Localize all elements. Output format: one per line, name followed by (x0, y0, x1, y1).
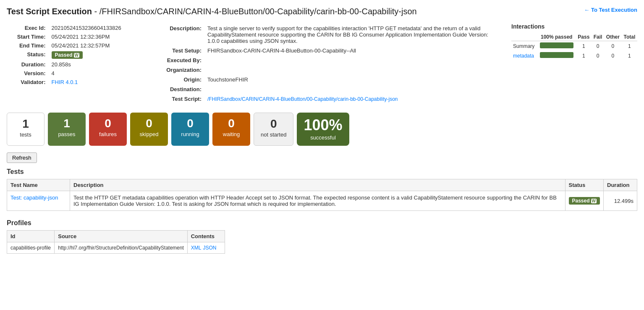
interaction-fail: 0 (592, 41, 604, 51)
failures-stat: 0 failures (89, 113, 127, 146)
col-pct-header: 100% passed (537, 33, 576, 41)
profile-source-cell: http://hl7.org/fhir/StructureDefinition/… (55, 242, 187, 254)
not-started-stat: 0 not started (254, 113, 293, 146)
origin-value: TouchstoneFHIR (206, 75, 502, 84)
col-total-header: Total (622, 33, 637, 41)
status-w-mark: W (74, 53, 79, 58)
skipped-stat: 0 skipped (130, 113, 168, 146)
organization-label: Organization: (150, 66, 205, 74)
waiting-stat: 0 waiting (212, 113, 250, 146)
running-stat: 0 running (171, 113, 209, 146)
test-duration-cell: 12.499s (604, 191, 637, 211)
validator-link[interactable]: FHIR 4.0.1 (52, 79, 78, 85)
executed-by-value (206, 56, 502, 65)
col-profile-id: Id (7, 231, 55, 242)
col-test-desc: Description (70, 179, 565, 191)
version-value: 4 (50, 69, 141, 77)
end-time-label: End Time: (8, 42, 49, 50)
exec-id-label: Exec Id: (8, 24, 49, 32)
title-main: Test Script Execution (7, 7, 92, 16)
interaction-other: 0 (604, 51, 622, 60)
status-text: Passed (55, 52, 73, 58)
passes-count: 1 (55, 118, 79, 129)
exec-info-panel: Exec Id: 20210524153236604133826 Start T… (7, 23, 141, 104)
interaction-fail: 0 (592, 51, 604, 60)
exec-id-value: 20210524153236604133826 (50, 24, 141, 32)
test-desc-cell: Test the HTTP GET metadata capabilities … (70, 191, 565, 211)
meta-section: Exec Id: 20210524153236604133826 Start T… (7, 23, 637, 104)
start-time-value: 05/24/2021 12:32:36PM (50, 33, 141, 41)
profile-contents-cell: XMLJSON (187, 242, 225, 254)
running-count: 0 (178, 118, 202, 129)
test-name-cell: Test: capability-json (7, 191, 70, 211)
col-profile-contents: Contents (187, 231, 225, 242)
profile-xml-link[interactable]: XML (191, 245, 202, 251)
test-status-cell: Passed W (565, 191, 603, 211)
destination-value (206, 85, 502, 94)
tests-table: Test Name Description Status Duration Te… (7, 179, 637, 211)
col-name-header (511, 33, 537, 41)
validator-value: FHIR 4.0.1 (50, 78, 141, 86)
col-test-name: Test Name (7, 179, 70, 191)
description-panel: Description: Test a single server to ver… (149, 23, 503, 104)
skipped-count: 0 (137, 118, 161, 129)
executed-by-label: Executed By: (150, 56, 205, 65)
col-pass-header: Pass (576, 33, 592, 41)
organization-value (206, 66, 502, 74)
interaction-bar-cell (537, 51, 576, 60)
test-script-link[interactable]: /FHIRSandbox/CARIN/CARIN-4-BlueButton/00… (207, 96, 398, 102)
success-label: successful (304, 134, 342, 141)
tests-section-title: Tests (7, 168, 637, 176)
col-test-duration: Duration (604, 179, 637, 191)
col-other-header: Other (604, 33, 622, 41)
tests-label: tests (14, 131, 37, 138)
failures-count: 0 (96, 118, 120, 129)
start-time-label: Start Time: (8, 33, 49, 41)
profile-json-link[interactable]: JSON (203, 245, 216, 251)
version-label: Version: (8, 69, 49, 77)
status-badge: Passed W (52, 51, 83, 59)
test-setup-label: Test Setup: (150, 46, 205, 55)
col-fail-header: Fail (592, 33, 604, 41)
test-script-label: Test Script: (150, 95, 205, 103)
interaction-pass: 1 (576, 51, 592, 60)
title-subtitle: - /FHIRSandbox/CARIN/CARIN-4-BlueButton/… (92, 7, 417, 16)
test-setup-value: FHIRSandbox-CARIN-CARIN-4-BlueButton-00-… (206, 46, 502, 55)
desc-label: Description: (150, 24, 205, 45)
interaction-row-link[interactable]: metadata (513, 53, 534, 59)
interaction-pass: 1 (576, 41, 592, 51)
interactions-panel: Interactions 100% passed Pass Fail Other… (511, 23, 637, 104)
destination-label: Destination: (150, 85, 205, 94)
not-started-label: not started (261, 131, 286, 138)
col-profile-source: Source (55, 231, 187, 242)
interaction-total: 1 (622, 51, 637, 60)
refresh-button[interactable]: Refresh (7, 152, 37, 163)
passes-stat: 1 passes (48, 113, 86, 146)
interactions-title: Interactions (511, 23, 637, 30)
desc-value: Test a single server to verify support f… (206, 24, 502, 45)
page-title: Test Script Execution - /FHIRSandbox/CAR… (7, 7, 576, 16)
status-cell: Passed W (50, 50, 141, 60)
validator-label: Validator: (8, 78, 49, 86)
profiles-section-title: Profiles (7, 219, 637, 227)
stats-row: 1 tests 1 passes 0 failures 0 skipped 0 … (7, 113, 637, 146)
interaction-other: 0 (604, 41, 622, 51)
to-test-execution-link[interactable]: To Test Execution (584, 7, 637, 13)
interaction-total: 1 (622, 41, 637, 51)
test-name-link[interactable]: Test: capability-json (10, 194, 58, 201)
success-pct-stat: 100% successful (297, 113, 349, 146)
origin-label: Origin: (150, 75, 205, 84)
waiting-label: waiting (219, 131, 243, 137)
skipped-label: skipped (137, 131, 161, 137)
duration-value: 20.858s (50, 60, 141, 68)
waiting-count: 0 (219, 118, 243, 129)
tests-count: 1 (14, 118, 37, 130)
tests-stat: 1 tests (7, 113, 45, 146)
success-pct-value: 100% (304, 118, 342, 133)
interaction-row-name: Summary (511, 41, 537, 51)
interactions-table: 100% passed Pass Fail Other Total Summar… (511, 33, 637, 60)
duration-label: Duration: (8, 60, 49, 68)
status-label: Status: (8, 50, 49, 60)
running-label: running (178, 131, 202, 137)
profiles-table: Id Source Contents capabilities-profileh… (7, 230, 225, 254)
